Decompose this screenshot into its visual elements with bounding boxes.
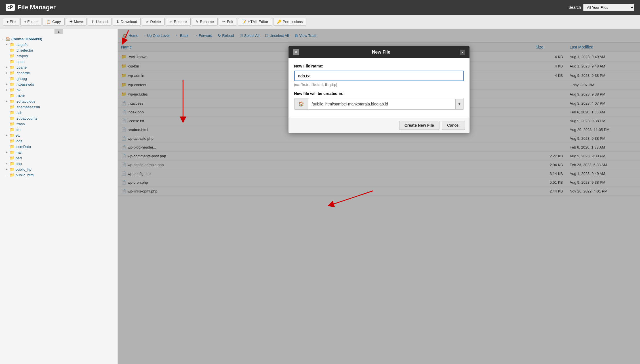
delete-button[interactable]: ✕ Delete xyxy=(142,18,165,26)
sidebar-item-cagefs[interactable]: + 📁 .cagefs xyxy=(0,42,117,47)
folder-icon: 📁 xyxy=(10,99,14,103)
permissions-button[interactable]: 🔑 Permissions xyxy=(273,18,307,26)
item-label: .softaculous xyxy=(16,99,35,103)
folder-icon: 📁 xyxy=(10,54,14,58)
move-button[interactable]: ✚ Move xyxy=(66,18,87,26)
file-name-label: New File Name: xyxy=(294,64,464,68)
folder-icon: 📁 xyxy=(10,127,14,132)
folder-icon: 📁 xyxy=(10,167,14,172)
header: cP File Manager Search All Your Files xyxy=(0,0,640,15)
folder-icon: 📁 xyxy=(10,71,14,75)
item-label: .cpan xyxy=(16,60,25,64)
folder-icon: 📁 xyxy=(10,150,14,155)
item-label: .clwpos xyxy=(16,54,28,58)
toggle: + xyxy=(6,65,10,69)
edit-button[interactable]: ✏ Edit xyxy=(219,18,237,26)
new-file-modal: ✕ New File ▲ New File Name: (ex: file.tx… xyxy=(288,46,470,133)
sidebar-item-etc[interactable]: + 📁 etc xyxy=(0,132,117,138)
edit-icon: ✏ xyxy=(222,20,226,24)
item-label: etc xyxy=(16,133,20,137)
sidebar-item-bin[interactable]: 📁 bin xyxy=(0,127,117,132)
item-label: .cphorde xyxy=(16,71,30,75)
sidebar-item-gnupg[interactable]: 📁 .gnupg xyxy=(0,76,117,81)
delete-icon: ✕ xyxy=(146,20,149,24)
create-new-file-button[interactable]: Create New File xyxy=(399,121,439,130)
sidebar-item-mail[interactable]: + 📁 mail xyxy=(0,149,117,155)
folder-icon: 📁 xyxy=(10,48,14,52)
file-name-input[interactable] xyxy=(294,71,464,81)
copy-button[interactable]: 📋 Copy xyxy=(43,18,64,26)
toggle: + xyxy=(6,162,10,165)
sidebar-item-subaccounts[interactable]: 📁 .subaccounts xyxy=(0,115,117,121)
upload-icon: ⬆ xyxy=(91,20,94,24)
edit-label: Edit xyxy=(227,20,233,24)
sidebar-item-htpasswds[interactable]: + 📁 .htpasswds xyxy=(0,81,117,87)
item-label: public_ftp xyxy=(16,167,31,172)
upload-button[interactable]: ⬆ Upload xyxy=(88,18,111,26)
sidebar-item-clwpos[interactable]: 📁 .clwpos xyxy=(0,53,117,59)
modal-path-row: 🏠 /public_html/sambel-mahkotaraja.blogla… xyxy=(294,98,464,110)
modal-scroll-right: ▼ xyxy=(455,99,464,109)
sidebar-item-trash[interactable]: 📁 .trash xyxy=(0,121,117,127)
toggle: + xyxy=(6,82,10,86)
new-folder-label: + Folder xyxy=(24,20,38,24)
new-folder-button[interactable]: + Folder xyxy=(20,18,41,26)
sidebar-item-pki[interactable]: + 📁 .pki xyxy=(0,87,117,93)
modal-footer: Create New File Cancel xyxy=(289,118,470,133)
download-label: Download xyxy=(121,20,137,24)
item-label: bin xyxy=(16,128,20,132)
sidebar-item-perl[interactable]: 📁 perl xyxy=(0,155,117,161)
item-label: mail xyxy=(16,150,22,155)
sidebar-item-ssh[interactable]: 📁 .ssh xyxy=(0,110,117,115)
sidebar-item-public-ftp[interactable]: + 📁 public_ftp xyxy=(0,166,117,172)
sidebar-item-root[interactable]: − 🏠 (/home/u1566093) xyxy=(0,36,117,42)
toggle: + xyxy=(6,100,10,103)
item-label: .trash xyxy=(16,122,25,126)
toggle: + xyxy=(6,168,10,171)
root-label: (/home/u1566093) xyxy=(11,37,42,41)
modal-close-button[interactable]: ✕ xyxy=(293,49,299,55)
sidebar-item-php[interactable]: + 📁 php xyxy=(0,161,117,166)
sidebar-item-cl-selector[interactable]: 📁 .cl.selector xyxy=(0,47,117,53)
sidebar-scroll-up[interactable]: ▲ xyxy=(54,29,63,34)
move-icon: ✚ xyxy=(70,20,73,24)
home-icon: 🏠 xyxy=(6,37,10,41)
sidebar-item-cpanel[interactable]: + 📁 .cpanel xyxy=(0,64,117,70)
html-editor-button[interactable]: 📝 HTML Editor xyxy=(238,18,272,26)
modal-overlay: ✕ New File ▲ New File Name: (ex: file.tx… xyxy=(118,29,640,364)
item-label: .razor xyxy=(16,94,25,98)
restore-button[interactable]: ↩ Restore xyxy=(166,18,191,26)
modal-scroll-up-button[interactable]: ▲ xyxy=(460,50,465,55)
sidebar-item-razor[interactable]: 📁 .razor xyxy=(0,93,117,98)
folder-icon: 📁 xyxy=(10,144,14,149)
copy-icon: 📋 xyxy=(46,20,51,24)
sidebar-item-spamassassin[interactable]: 📁 .spamassassin xyxy=(0,104,117,110)
restore-icon: ↩ xyxy=(169,20,172,24)
sidebar-item-softaculous[interactable]: + 📁 .softaculous xyxy=(0,98,117,104)
new-file-label: + File xyxy=(7,20,16,24)
download-button[interactable]: ⬇ Download xyxy=(113,18,141,26)
sidebar-item-lscmdata[interactable]: 📁 lscmData xyxy=(0,144,117,149)
item-label: php xyxy=(16,162,22,166)
sidebar-item-logs[interactable]: 📁 logs xyxy=(0,138,117,144)
folder-icon: 📁 xyxy=(10,156,14,160)
search-select[interactable]: All Your Files xyxy=(583,4,634,11)
folder-icon: 📁 xyxy=(10,93,14,98)
main-container: ▲ − 🏠 (/home/u1566093) + 📁 .cagefs 📁 .cl… xyxy=(0,29,640,364)
modal-title: New File xyxy=(303,50,460,55)
html-editor-icon: 📝 xyxy=(242,20,246,24)
permissions-icon: 🔑 xyxy=(277,20,281,24)
modal-header: ✕ New File ▲ xyxy=(289,46,470,58)
cancel-button[interactable]: Cancel xyxy=(442,121,465,130)
item-label: .subaccounts xyxy=(16,116,37,120)
sidebar[interactable]: ▲ − 🏠 (/home/u1566093) + 📁 .cagefs 📁 .cl… xyxy=(0,29,118,364)
rename-button[interactable]: ✎ Rename xyxy=(192,18,218,26)
path-value: /public_html/sambel-mahkotaraja.bloglab.… xyxy=(308,99,455,109)
sidebar-item-public-html[interactable]: − 📁 public_html xyxy=(0,172,117,178)
item-label: .cagefs xyxy=(16,43,28,47)
item-label: perl xyxy=(16,156,22,160)
sidebar-item-cphorde[interactable]: + 📁 .cphorde xyxy=(0,70,117,76)
folder-icon: 📁 xyxy=(10,105,14,109)
new-file-button[interactable]: + File xyxy=(3,18,19,26)
sidebar-item-cpan[interactable]: 📁 .cpan xyxy=(0,59,117,64)
